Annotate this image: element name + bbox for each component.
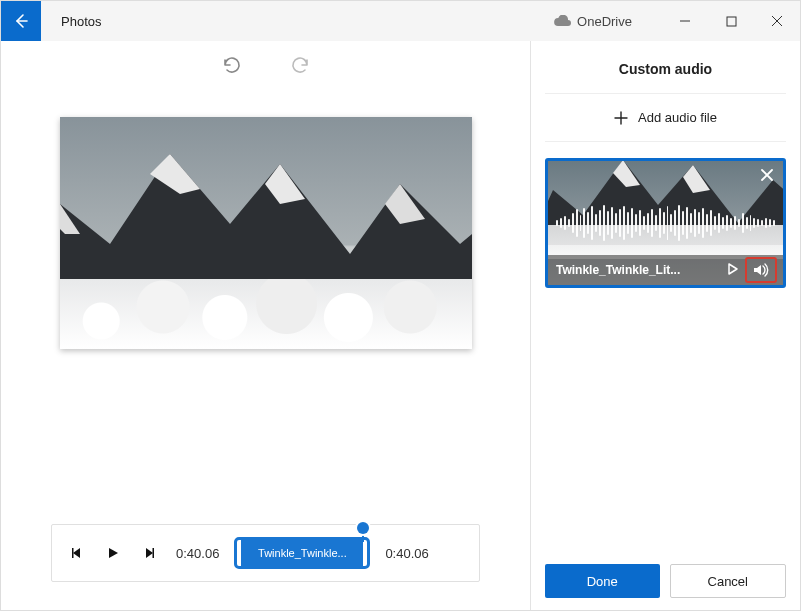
window-controls [662, 1, 800, 41]
undo-icon [219, 54, 241, 76]
maximize-icon [726, 16, 737, 27]
timeline-time-start: 0:40.06 [176, 546, 219, 561]
app-title: Photos [61, 14, 101, 29]
playhead-handle[interactable] [357, 522, 369, 534]
maximize-button[interactable] [708, 1, 754, 41]
video-preview[interactable] [60, 117, 472, 349]
cancel-button[interactable]: Cancel [670, 564, 787, 598]
waveform [556, 203, 775, 243]
onedrive-button[interactable]: OneDrive [553, 14, 632, 29]
redo-icon [291, 54, 313, 76]
done-button[interactable]: Done [545, 564, 660, 598]
svg-rect-7 [72, 548, 74, 558]
timeline-time-end: 0:40.06 [385, 546, 428, 561]
frame-forward-button[interactable] [134, 538, 164, 568]
close-window-button[interactable] [754, 1, 800, 41]
frame-forward-icon [142, 546, 156, 560]
minimize-button[interactable] [662, 1, 708, 41]
frame-back-icon [70, 546, 84, 560]
arrow-left-icon [13, 13, 29, 29]
frame-back-button[interactable] [62, 538, 92, 568]
audio-clip-name: Twinkle_Twinkle_Lit... [556, 263, 717, 277]
play-button[interactable] [98, 538, 128, 568]
audio-clip-card[interactable]: Twinkle_Twinkle_Lit... [545, 158, 786, 288]
title-bar: Photos OneDrive [1, 1, 800, 41]
mountain-illustration [60, 134, 472, 294]
play-outline-icon [725, 262, 739, 276]
cloud-icon [553, 15, 571, 27]
timeline-controls: 0:40.06 Twinkle_Twinkle... 0:40.06 [51, 524, 480, 582]
redo-button[interactable] [291, 54, 313, 79]
close-icon [759, 167, 775, 183]
preview-audio-button[interactable] [725, 262, 739, 279]
done-label: Done [587, 574, 618, 589]
cancel-label: Cancel [708, 574, 748, 589]
remove-audio-button[interactable] [759, 167, 775, 186]
close-icon [771, 15, 783, 27]
custom-audio-panel: Custom audio Add audio file Twinkle_Twin… [531, 41, 800, 611]
plus-icon [614, 111, 628, 125]
onedrive-label: OneDrive [577, 14, 632, 29]
play-icon [106, 546, 120, 560]
minimize-icon [679, 15, 691, 27]
svg-marker-1 [60, 154, 472, 294]
svg-rect-8 [153, 548, 155, 558]
timeline-clip[interactable]: Twinkle_Twinkle... [237, 540, 367, 566]
volume-icon [752, 262, 770, 278]
add-audio-label: Add audio file [638, 110, 717, 125]
timeline-clip-label: Twinkle_Twinkle... [258, 547, 347, 559]
back-button[interactable] [1, 1, 41, 41]
undo-button[interactable] [219, 54, 241, 79]
svg-rect-0 [727, 17, 736, 26]
editor-pane: 0:40.06 Twinkle_Twinkle... 0:40.06 [1, 41, 531, 611]
panel-title: Custom audio [545, 61, 786, 94]
volume-button[interactable] [747, 259, 775, 281]
add-audio-button[interactable]: Add audio file [545, 94, 786, 142]
